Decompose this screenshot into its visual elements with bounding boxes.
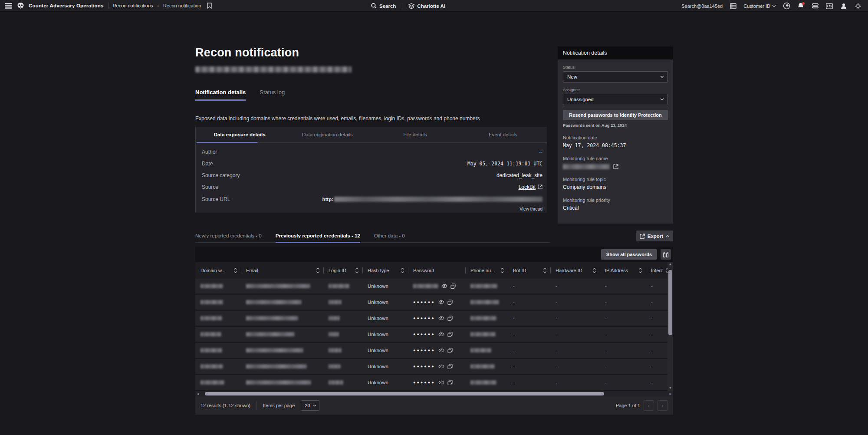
show-password-icon[interactable] [438, 316, 444, 320]
login-id-cell [323, 284, 362, 288]
column-header-bot-id[interactable]: Bot ID [508, 262, 550, 279]
scroll-down-arrow[interactable]: ▼ [669, 386, 672, 391]
customer-id-selector[interactable]: Customer ID [743, 3, 776, 9]
sort-icon[interactable] [500, 267, 504, 274]
masked-password: ●●●●●● [413, 316, 435, 320]
host-stack-icon[interactable] [729, 2, 737, 10]
table-header: Domain w...EmailLogin IDHash typePasswor… [195, 262, 673, 279]
show-all-passwords-button[interactable]: Show all passwords [601, 249, 657, 260]
show-password-icon[interactable] [438, 332, 444, 336]
column-settings-button[interactable] [661, 249, 671, 260]
copy-icon[interactable] [450, 283, 456, 289]
tab-status-log[interactable]: Status log [260, 89, 285, 101]
column-header-domain-w[interactable]: Domain w... [195, 262, 241, 279]
sort-icon[interactable] [638, 267, 642, 274]
column-header-ip-address[interactable]: IP Address [600, 262, 646, 279]
tab-previously-reported[interactable]: Previously reported credentials - 12 [276, 231, 360, 243]
show-password-icon[interactable] [438, 300, 444, 304]
sort-icon[interactable] [543, 267, 547, 274]
hide-password-icon[interactable] [441, 283, 447, 289]
status-select[interactable]: New [563, 71, 668, 82]
tab-newly-reported[interactable]: Newly reported credentials - 0 [195, 231, 262, 243]
notifications-bell-icon[interactable] [797, 2, 805, 10]
bookmark-icon[interactable] [205, 2, 213, 10]
column-header-password[interactable]: Password [408, 262, 465, 279]
domain-cell [195, 380, 241, 385]
vertical-scroll-thumb[interactable] [668, 270, 672, 335]
table-row[interactable]: Unknown●●●●●●---- [195, 327, 673, 343]
table-row[interactable]: Unknown---- [195, 279, 673, 295]
sort-icon[interactable] [401, 267, 404, 274]
theme-brightness-icon[interactable] [854, 2, 862, 10]
column-header-hardware-id[interactable]: Hardware ID [550, 262, 600, 279]
copy-icon[interactable] [447, 332, 453, 337]
ip-address-cell: - [600, 348, 646, 353]
vertical-scrollbar[interactable]: ▲ ▼ [667, 262, 673, 391]
column-header-phone-nu[interactable]: Phone nu... [465, 262, 508, 279]
column-header-email[interactable]: Email [241, 262, 323, 279]
assignee-select[interactable]: Unassigned [563, 94, 668, 105]
table-row[interactable]: Unknown●●●●●●---- [195, 375, 673, 391]
layers-icon[interactable] [811, 2, 819, 10]
rule-name-label: Monitoring rule name [563, 156, 668, 161]
next-page-button[interactable]: › [658, 400, 668, 411]
scroll-left-arrow[interactable]: ◄ [195, 391, 201, 396]
scroll-up-arrow[interactable]: ▲ [669, 262, 672, 267]
prev-page-button[interactable]: ‹ [644, 400, 654, 411]
source-url-scheme: http: [322, 197, 333, 202]
results-count: 12 results (1-12 shown) [201, 403, 250, 408]
copy-icon[interactable] [447, 300, 453, 305]
sort-icon[interactable] [355, 267, 359, 274]
items-per-page-select[interactable]: 20 [301, 400, 319, 411]
show-password-icon[interactable] [438, 364, 444, 369]
copy-icon[interactable] [447, 348, 453, 353]
show-password-icon[interactable] [438, 380, 444, 385]
source-url-value[interactable]: http: [322, 197, 542, 202]
tab-data-exposure-details[interactable]: Data exposure details [196, 127, 283, 142]
column-header-hash-type[interactable]: Hash type [362, 262, 408, 279]
copy-icon[interactable] [447, 316, 453, 321]
sort-icon[interactable] [233, 267, 237, 274]
external-link-icon[interactable] [613, 164, 618, 169]
sort-icon[interactable] [316, 267, 320, 274]
tab-other-data[interactable]: Other data - 0 [374, 231, 405, 243]
notification-date-label: Notification date [563, 135, 668, 140]
field-source-category: Source category dedicated_leak_site [196, 169, 547, 181]
search-label: Search [379, 3, 396, 9]
status-value: New [567, 74, 577, 79]
sort-icon[interactable] [592, 267, 596, 274]
column-label: Phone nu... [470, 268, 495, 273]
view-thread-link[interactable]: View thread [196, 207, 547, 211]
copy-icon[interactable] [447, 380, 453, 386]
falcon-console-icon[interactable] [783, 2, 790, 10]
horizontal-scroll-thumb[interactable] [205, 392, 604, 395]
account-name: Search@0aa145ed [681, 3, 723, 9]
column-header-login-id[interactable]: Login ID [323, 262, 362, 279]
table-row[interactable]: Unknown●●●●●●---- [195, 343, 673, 359]
export-button[interactable]: Export [636, 231, 673, 241]
table-row[interactable]: Unknown●●●●●●---- [195, 359, 673, 375]
charlotte-ai-button[interactable]: Charlotte AI [408, 3, 445, 9]
hamburger-menu-icon[interactable] [4, 2, 12, 10]
domain-cell [195, 332, 241, 336]
copy-icon[interactable] [447, 364, 453, 369]
domain-cell [195, 348, 241, 353]
breadcrumb-parent-link[interactable]: Recon notifications [113, 3, 153, 8]
scroll-right-arrow[interactable]: ► [668, 391, 673, 396]
tab-event-details[interactable]: Event details [459, 127, 547, 142]
resend-passwords-button[interactable]: Resend passwords to Identity Protection [563, 110, 668, 120]
domain-cell [195, 300, 241, 304]
tab-notification-details[interactable]: Notification details [195, 89, 246, 101]
tab-file-details[interactable]: File details [372, 127, 459, 142]
table-row[interactable]: Unknown●●●●●●---- [195, 311, 673, 327]
author-label: Author [202, 149, 217, 155]
user-profile-icon[interactable] [840, 2, 848, 10]
show-password-icon[interactable] [438, 348, 444, 353]
field-source: Source LockBit [196, 181, 547, 193]
global-search-button[interactable]: Search [371, 3, 396, 9]
tab-data-origination-details[interactable]: Data origination details [283, 127, 371, 142]
api-code-icon[interactable] [825, 2, 833, 10]
source-link[interactable]: LockBit [519, 184, 542, 190]
table-row[interactable]: Unknown●●●●●●---- [195, 295, 673, 311]
horizontal-scrollbar[interactable]: ◄ ► [195, 391, 673, 396]
